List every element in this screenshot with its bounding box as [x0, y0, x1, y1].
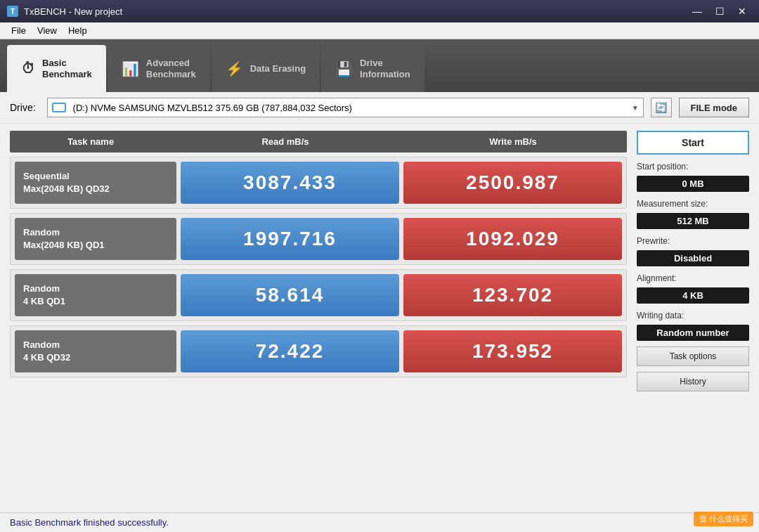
drive-refresh-button[interactable]: 🔄 — [651, 98, 672, 117]
file-mode-button[interactable]: FILE mode — [679, 98, 749, 117]
row-write-random-4kb-qd32: 173.952 — [403, 330, 622, 372]
start-button[interactable]: Start — [637, 131, 749, 155]
benchmark-table: Task name Read mB/s Write mB/s Sequentia… — [10, 131, 627, 505]
alignment-label: Alignment: — [637, 273, 749, 283]
drive-select[interactable]: (D:) NVMe SAMSUNG MZVLB512 375.69 GB (78… — [47, 98, 644, 117]
drive-bar: Drive: (D:) NVMe SAMSUNG MZVLB512 375.69… — [0, 92, 759, 124]
basic-benchmark-icon: ⏱ — [21, 60, 35, 77]
row-write-random-4kb-qd1: 123.702 — [403, 274, 622, 316]
header-write: Write mB/s — [399, 136, 627, 147]
table-row: RandomMax(2048 KB) QD1 1997.716 1092.029 — [10, 213, 627, 265]
row-read-random-4kb-qd1: 58.614 — [181, 274, 399, 316]
row-label-random-4kb-qd1: Random4 KB QD1 — [15, 274, 176, 316]
close-button[interactable]: ✕ — [732, 4, 752, 18]
maximize-button[interactable]: ☐ — [710, 4, 729, 18]
drive-name: (D:) NVMe SAMSUNG MZVLB512 375.69 GB (78… — [73, 103, 352, 113]
menu-help[interactable]: Help — [63, 24, 93, 37]
drive-small-icon — [52, 103, 66, 112]
menu-view[interactable]: View — [32, 24, 63, 37]
status-text: Basic Benchmark finished successfully. — [10, 517, 169, 528]
row-label-random-qd1-2048: RandomMax(2048 KB) QD1 — [15, 218, 176, 260]
advanced-benchmark-icon: 📊 — [122, 60, 139, 77]
tab-advanced-benchmark-label: AdvancedBenchmark — [146, 58, 196, 79]
alignment-value: 4 KB — [637, 287, 749, 304]
data-erasing-icon: ⚡ — [226, 60, 243, 77]
drive-label: Drive: — [10, 102, 36, 113]
watermark: 值 什么值得买 — [694, 512, 753, 526]
row-read-random-qd1-2048: 1997.716 — [181, 218, 399, 260]
writing-data-label: Writing data: — [637, 311, 749, 320]
prewrite-label: Prewrite: — [637, 236, 749, 246]
menu-bar: File View Help — [0, 22, 759, 39]
history-button[interactable]: History — [637, 372, 749, 391]
window-controls: — ☐ ✕ — [687, 4, 752, 18]
measurement-size-label: Measurement size: — [637, 199, 749, 209]
header-read: Read mB/s — [171, 136, 399, 147]
status-bar: Basic Benchmark finished successfully. — [0, 512, 759, 532]
measurement-size-value: 512 MB — [637, 213, 749, 229]
start-position-label: Start position: — [637, 162, 749, 171]
table-row: Random4 KB QD32 72.422 173.952 — [10, 325, 627, 377]
drive-select-text: (D:) NVMe SAMSUNG MZVLB512 375.69 GB (78… — [52, 103, 632, 113]
table-row: Random4 KB QD1 58.614 123.702 — [10, 269, 627, 321]
bench-header: Task name Read mB/s Write mB/s — [10, 131, 627, 153]
content-area: Task name Read mB/s Write mB/s Sequentia… — [0, 124, 759, 512]
app-icon: T — [7, 6, 18, 17]
tab-data-erasing-label: Data Erasing — [250, 63, 306, 74]
table-row: SequentialMax(2048 KB) QD32 3087.433 250… — [10, 157, 627, 209]
sidebar: Start Start position: 0 MB Measurement s… — [637, 131, 749, 505]
tab-basic-benchmark[interactable]: ⏱ BasicBenchmark — [7, 45, 106, 92]
start-position-value: 0 MB — [637, 176, 749, 192]
minimize-button[interactable]: — — [687, 4, 707, 18]
writing-data-value: Random number — [637, 325, 749, 341]
row-read-sequential: 3087.433 — [181, 162, 399, 204]
row-write-random-qd1-2048: 1092.029 — [403, 218, 622, 260]
app-title: TxBENCH - New project — [24, 6, 687, 17]
header-task-name: Task name — [10, 136, 171, 147]
menu-file[interactable]: File — [6, 24, 32, 37]
drive-information-icon: 💾 — [335, 60, 353, 77]
row-label-random-4kb-qd32: Random4 KB QD32 — [15, 330, 176, 372]
title-bar: T TxBENCH - New project — ☐ ✕ — [0, 0, 759, 22]
row-label-sequential: SequentialMax(2048 KB) QD32 — [15, 162, 176, 204]
main-area: Drive: (D:) NVMe SAMSUNG MZVLB512 375.69… — [0, 92, 759, 532]
task-options-button[interactable]: Task options — [637, 346, 749, 366]
tab-drive-information[interactable]: 💾 DriveInformation — [321, 45, 424, 92]
chevron-down-icon: ▼ — [632, 104, 639, 112]
tab-basic-benchmark-label: BasicBenchmark — [42, 58, 92, 79]
tab-advanced-benchmark[interactable]: 📊 AdvancedBenchmark — [108, 45, 210, 92]
tab-bar: ⏱ BasicBenchmark 📊 AdvancedBenchmark ⚡ D… — [0, 39, 759, 92]
prewrite-value: Disabled — [637, 250, 749, 266]
tab-data-erasing[interactable]: ⚡ Data Erasing — [212, 45, 320, 92]
row-read-random-4kb-qd32: 72.422 — [181, 330, 399, 372]
tab-drive-information-label: DriveInformation — [360, 58, 410, 79]
row-write-sequential: 2500.987 — [403, 162, 622, 204]
